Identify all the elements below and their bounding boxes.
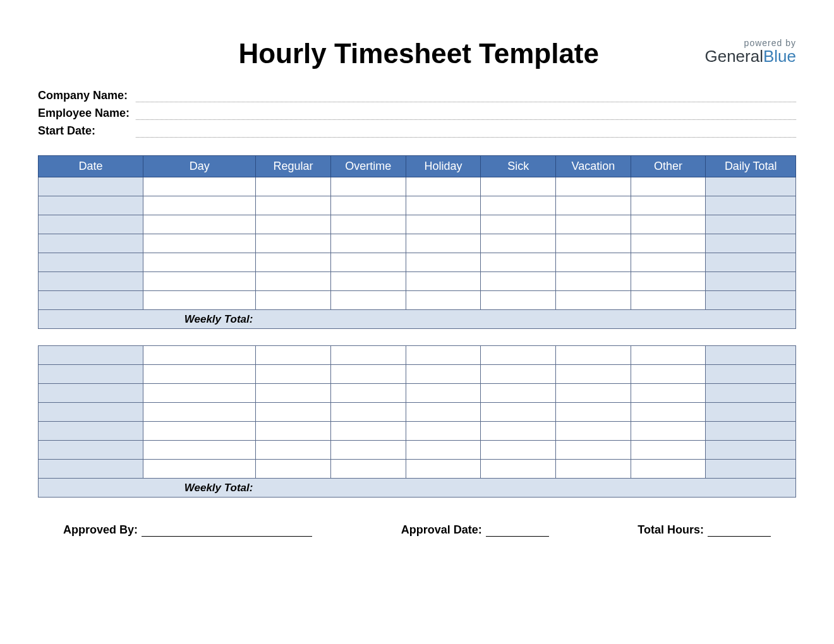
table-cell[interactable] [706,177,796,196]
table-cell[interactable] [556,177,631,196]
table-cell[interactable] [256,196,331,215]
table-cell[interactable] [631,346,706,365]
table-cell[interactable] [256,422,331,441]
table-cell[interactable] [330,272,406,291]
table-cell[interactable] [256,460,331,479]
table-cell[interactable] [39,441,143,460]
table-cell[interactable] [406,272,481,291]
table-cell[interactable] [706,215,796,234]
table-cell[interactable] [556,346,631,365]
table-cell[interactable] [256,215,331,234]
employee-name-field[interactable] [136,106,796,120]
table-cell[interactable] [256,253,331,272]
table-cell[interactable] [556,365,631,384]
table-cell[interactable] [406,234,481,253]
table-cell[interactable] [706,384,796,403]
table-cell[interactable] [631,253,706,272]
table-cell[interactable] [556,422,631,441]
table-cell[interactable] [330,234,406,253]
table-cell[interactable] [481,253,556,272]
table-cell[interactable] [256,384,331,403]
approved-by-field[interactable] [142,523,312,537]
table-cell[interactable] [330,460,406,479]
table-cell[interactable] [256,403,331,422]
table-cell[interactable] [256,177,331,196]
table-cell[interactable] [481,403,556,422]
table-cell[interactable] [631,422,706,441]
table-cell[interactable] [406,460,481,479]
table-cell[interactable] [39,234,143,253]
table-cell[interactable] [143,460,256,479]
table-cell[interactable] [330,403,406,422]
table-cell[interactable] [406,253,481,272]
table-cell[interactable] [256,441,331,460]
table-cell[interactable] [39,460,143,479]
table-cell[interactable] [39,272,143,291]
table-cell[interactable] [39,365,143,384]
table-cell[interactable] [706,441,796,460]
table-cell[interactable] [330,365,406,384]
table-cell[interactable] [39,346,143,365]
table-cell[interactable] [330,196,406,215]
table-cell[interactable] [481,215,556,234]
table-cell[interactable] [706,234,796,253]
table-cell[interactable] [256,291,331,310]
table-cell[interactable] [143,272,256,291]
table-cell[interactable] [481,177,556,196]
table-cell[interactable] [631,272,706,291]
table-cell[interactable] [556,234,631,253]
table-cell[interactable] [556,291,631,310]
table-cell[interactable] [406,384,481,403]
table-cell[interactable] [143,346,256,365]
table-cell[interactable] [143,403,256,422]
table-cell[interactable] [706,460,796,479]
table-cell[interactable] [706,403,796,422]
table-cell[interactable] [481,365,556,384]
company-name-field[interactable] [136,88,796,102]
table-cell[interactable] [631,215,706,234]
table-cell[interactable] [706,346,796,365]
table-cell[interactable] [143,253,256,272]
table-cell[interactable] [143,177,256,196]
table-cell[interactable] [256,272,331,291]
table-cell[interactable] [631,234,706,253]
table-cell[interactable] [143,441,256,460]
table-cell[interactable] [330,253,406,272]
table-cell[interactable] [556,253,631,272]
table-cell[interactable] [556,215,631,234]
table-cell[interactable] [706,253,796,272]
table-cell[interactable] [406,291,481,310]
table-cell[interactable] [406,403,481,422]
table-cell[interactable] [256,365,331,384]
table-cell[interactable] [481,460,556,479]
table-cell[interactable] [481,441,556,460]
table-cell[interactable] [706,365,796,384]
table-cell[interactable] [39,177,143,196]
table-cell[interactable] [406,365,481,384]
table-cell[interactable] [481,346,556,365]
table-cell[interactable] [556,272,631,291]
table-cell[interactable] [143,365,256,384]
table-cell[interactable] [406,215,481,234]
table-cell[interactable] [706,196,796,215]
table-cell[interactable] [330,346,406,365]
table-cell[interactable] [39,196,143,215]
table-cell[interactable] [556,460,631,479]
table-cell[interactable] [406,177,481,196]
table-cell[interactable] [330,291,406,310]
table-cell[interactable] [406,441,481,460]
table-cell[interactable] [406,196,481,215]
table-cell[interactable] [143,422,256,441]
table-cell[interactable] [39,403,143,422]
table-cell[interactable] [481,272,556,291]
table-cell[interactable] [631,403,706,422]
table-cell[interactable] [143,196,256,215]
table-cell[interactable] [481,384,556,403]
table-cell[interactable] [406,346,481,365]
table-cell[interactable] [556,384,631,403]
table-cell[interactable] [556,441,631,460]
table-cell[interactable] [39,215,143,234]
table-cell[interactable] [631,196,706,215]
table-cell[interactable] [631,365,706,384]
table-cell[interactable] [631,460,706,479]
